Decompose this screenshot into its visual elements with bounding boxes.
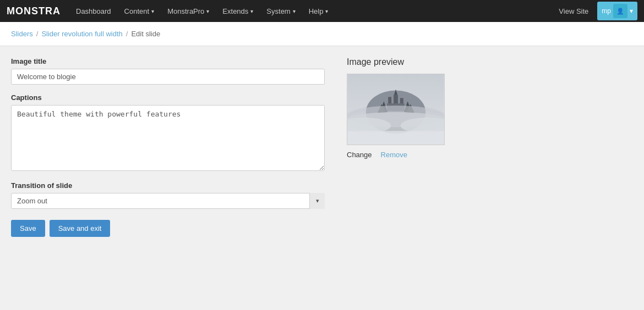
transition-select[interactable]: Zoom out Zoom in Fade Slide left Slide r… <box>11 193 325 209</box>
system-caret-icon: ▾ <box>293 8 296 14</box>
preview-section: Image preview <box>347 57 633 159</box>
nav-system[interactable]: System ▾ <box>260 0 302 22</box>
remove-image-button[interactable]: Remove <box>381 151 407 159</box>
user-dropdown-caret-icon: ▾ <box>630 7 633 15</box>
image-title-input[interactable] <box>11 69 325 85</box>
form-section: Image title Captions Transition of slide… <box>11 57 325 237</box>
preview-image-svg <box>347 74 444 145</box>
transition-label: Transition of slide <box>11 181 325 190</box>
nav-dashboard[interactable]: Dashboard <box>69 0 118 22</box>
user-badge[interactable]: mp 👤 ▾ <box>597 2 637 20</box>
help-caret-icon: ▾ <box>325 8 328 14</box>
user-avatar: 👤 <box>613 4 627 18</box>
nav-help[interactable]: Help ▾ <box>302 0 335 22</box>
avatar-icon: 👤 <box>616 8 624 15</box>
captions-label: Captions <box>11 93 325 102</box>
preview-title: Image preview <box>347 57 633 67</box>
breadcrumb-current: Edit slide <box>131 30 160 38</box>
nav-content[interactable]: Content ▾ <box>118 0 161 22</box>
save-exit-button[interactable]: Save and exit <box>50 220 111 237</box>
main-content: Image title Captions Transition of slide… <box>0 46 644 248</box>
svg-rect-18 <box>347 131 444 145</box>
view-site-link[interactable]: View Site <box>552 7 595 15</box>
button-group: Save Save and exit <box>11 220 325 237</box>
nav-monstrapro[interactable]: MonstraPro ▾ <box>161 0 216 22</box>
brand-logo: MONSTRA <box>7 5 61 17</box>
breadcrumb-sep-2: / <box>126 30 128 38</box>
breadcrumb-sliders[interactable]: Sliders <box>11 30 33 38</box>
breadcrumb-slider-name[interactable]: Slider revolution full width <box>41 30 122 38</box>
captions-textarea[interactable] <box>11 105 325 171</box>
navbar: MONSTRA Dashboard Content ▾ MonstraPro ▾… <box>0 0 644 22</box>
save-button[interactable]: Save <box>11 220 45 237</box>
extends-caret-icon: ▾ <box>250 8 253 14</box>
nav-extends[interactable]: Extends ▾ <box>216 0 260 22</box>
image-title-label: Image title <box>11 57 325 65</box>
breadcrumb-sep-1: / <box>36 30 39 38</box>
image-title-group: Image title <box>11 57 325 85</box>
captions-group: Captions <box>11 93 325 173</box>
monstrapro-caret-icon: ▾ <box>206 8 209 14</box>
user-initials: mp <box>602 7 611 15</box>
content-caret-icon: ▾ <box>151 8 154 14</box>
change-image-button[interactable]: Change <box>347 151 372 159</box>
transition-group: Transition of slide Zoom out Zoom in Fad… <box>11 181 325 209</box>
navbar-right: View Site mp 👤 ▾ <box>552 2 637 20</box>
transition-select-wrapper: Zoom out Zoom in Fade Slide left Slide r… <box>11 193 325 209</box>
preview-actions: Change Remove <box>347 151 633 159</box>
breadcrumb-bar: Sliders / Slider revolution full width /… <box>0 22 644 46</box>
preview-image-box <box>347 74 445 145</box>
